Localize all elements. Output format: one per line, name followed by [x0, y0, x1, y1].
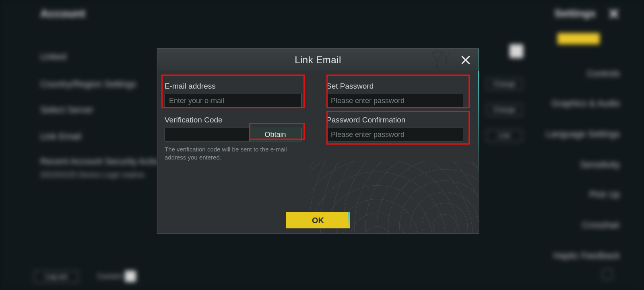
close-icon — [460, 55, 471, 65]
bg-change-button-1: Change — [486, 78, 522, 90]
obtain-button[interactable]: Obtain — [249, 128, 301, 141]
confirm-password-input[interactable] — [326, 128, 463, 141]
verification-label: Verification Code — [165, 116, 310, 124]
bg-menu-security-line: 2023/02/25 Device Login realme — [40, 171, 144, 179]
close-button[interactable] — [458, 53, 473, 67]
bg-active-tab-highlight — [557, 33, 600, 44]
bg-menu-security: Recent Account Security Activity — [40, 156, 167, 167]
confirm-password-label: Password Confirmation — [326, 116, 471, 124]
bg-current-label: Current — [97, 272, 122, 281]
bg-customer-service-icon — [602, 269, 613, 280]
bg-menu-linked: Linked — [40, 52, 66, 62]
svg-point-1 — [446, 62, 447, 63]
verification-input[interactable] — [165, 128, 249, 141]
bg-menu-region: Country/Region Settings — [40, 79, 136, 89]
email-label: E-mail address — [165, 82, 310, 91]
password-group: Set Password — [326, 82, 471, 108]
right-column: Set Password Password Confirmation — [326, 82, 471, 149]
modal-header: Link Email — [157, 49, 479, 71]
verification-hint: The verification code will be sent to th… — [165, 145, 305, 162]
modal-body: E-mail address Verification Code Obtain … — [157, 71, 479, 208]
modal-title: Link Email — [295, 54, 341, 65]
password-label: Set Password — [326, 82, 471, 91]
bg-fingerprint-icon — [510, 44, 523, 58]
confirm-password-group: Password Confirmation — [326, 116, 471, 141]
bg-change-button-2: Change — [486, 104, 522, 116]
password-input[interactable] — [326, 94, 463, 108]
bg-close-icon: ✕ — [608, 6, 620, 23]
email-group: E-mail address — [165, 82, 310, 108]
left-column: E-mail address Verification Code Obtain … — [165, 82, 310, 170]
bg-menu-link-email: Link Email — [40, 131, 81, 142]
bg-tab-graphics: Graphics & Audio — [531, 98, 620, 109]
svg-point-0 — [436, 66, 438, 67]
bg-tab-crosshair: Crosshair — [531, 220, 620, 230]
bg-settings-title: Settings — [554, 7, 596, 20]
bg-tab-sensitivity: Sensitivity — [531, 160, 620, 170]
parachute-art-icon — [410, 51, 454, 69]
bg-logout-button: Log out — [34, 271, 78, 283]
bg-menu-server: Select Server — [40, 105, 93, 115]
bg-tab-feedback: Haptic Feedback — [531, 251, 620, 261]
bg-tab-controls: Controls — [531, 68, 620, 79]
email-input[interactable] — [165, 94, 301, 108]
verification-row: Obtain — [165, 128, 310, 141]
bg-tab-language: Language Settings — [531, 129, 620, 139]
link-email-modal: Link Email E-mail address Verification C… — [157, 48, 479, 234]
bg-link-button: Link — [486, 130, 522, 142]
bg-current-fingerprint-icon — [125, 271, 136, 282]
modal-footer: OK — [157, 207, 479, 233]
ok-button[interactable]: OK — [286, 212, 350, 228]
verification-group: Verification Code Obtain The verificatio… — [165, 116, 310, 162]
bg-tab-pickup: Pick Up — [531, 189, 620, 200]
bg-account-title: Account — [40, 7, 85, 20]
